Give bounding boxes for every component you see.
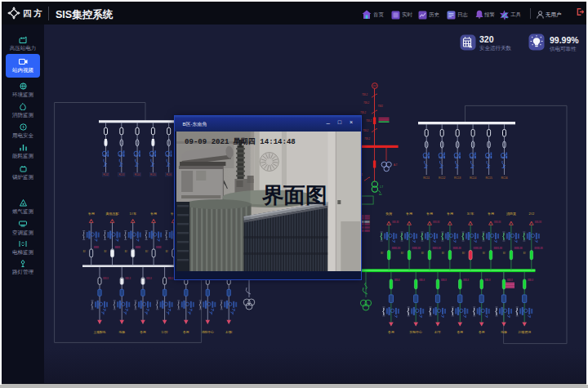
svg-text:888-8: 888-8 [485, 279, 491, 282]
svg-text:电梯: 电梯 [118, 330, 125, 334]
svg-text:888-88: 888-88 [433, 221, 440, 224]
svg-text:1#车: 1#车 [129, 212, 136, 216]
svg-text:888-8: 888-8 [125, 277, 131, 280]
svg-text:备用: 备用 [150, 212, 157, 216]
svg-text:888-88: 888-88 [494, 221, 501, 224]
svg-text:电梯: 电梯 [501, 330, 507, 334]
svg-text:718-2: 718-2 [364, 137, 371, 140]
svg-text:888-88: 888-88 [392, 221, 399, 224]
svg-text:8#: 8# [105, 250, 108, 253]
svg-text:8888-88: 8888-88 [514, 247, 523, 250]
svg-text:8888: 8888 [115, 246, 121, 249]
svg-text:8#: 8# [125, 250, 128, 253]
svg-text:8#: 8# [462, 252, 466, 255]
svg-text:备用: 备用 [457, 330, 464, 334]
svg-text:8#: 8# [401, 252, 404, 255]
svg-text:8888-88: 8888-88 [494, 247, 503, 250]
svg-text:3#车: 3#车 [467, 212, 474, 216]
svg-text:RC13: RC13 [454, 176, 461, 180]
svg-text:高低压配: 高低压配 [106, 212, 119, 216]
svg-text:RC06: RC06 [166, 173, 172, 176]
svg-text:消防泵: 消防泵 [506, 212, 516, 216]
svg-text:RC15: RC15 [486, 176, 492, 180]
svg-text:8#: 8# [166, 250, 169, 253]
svg-text:09-09 2021 星期四 14:14:48: 09-09 2021 星期四 14:14:48 [185, 137, 296, 146]
svg-text:界面图: 界面图 [262, 183, 327, 207]
svg-text:A-T: A-T [394, 163, 398, 167]
svg-text:888-8: 888-8 [441, 279, 447, 282]
svg-text:RC11: RC11 [423, 176, 430, 180]
svg-text:8#: 8# [483, 252, 486, 255]
svg-text:RC04: RC04 [135, 173, 140, 176]
svg-text:消防中心: 消防中心 [202, 330, 214, 334]
svg-text:RC14: RC14 [470, 176, 476, 180]
svg-text:718-2: 718-2 [362, 93, 368, 96]
svg-text:1#控: 1#控 [162, 330, 168, 334]
svg-text:1-T: 1-T [380, 185, 383, 189]
svg-text:718-2: 718-2 [366, 119, 372, 123]
svg-text:8#: 8# [381, 252, 384, 255]
svg-text:8#: 8# [421, 252, 425, 255]
svg-text:8888-88: 8888-88 [433, 247, 442, 250]
svg-text:718-2: 718-2 [363, 129, 369, 132]
svg-text:负荷: 负荷 [385, 212, 392, 216]
svg-text:RC02: RC02 [103, 173, 109, 176]
svg-text:备用: 备用 [88, 212, 95, 216]
svg-text:8888-88: 8888-88 [534, 247, 543, 250]
svg-text:8888-88: 8888-88 [474, 247, 483, 250]
svg-text:8888-88: 8888-88 [452, 247, 461, 250]
svg-text:718-2: 718-2 [363, 101, 370, 105]
svg-text:888-8: 888-8 [528, 279, 533, 282]
svg-text:8#: 8# [83, 250, 87, 253]
svg-text:8#: 8# [442, 252, 445, 255]
svg-text:718-2: 718-2 [360, 111, 367, 114]
svg-text:RC05: RC05 [150, 173, 156, 176]
svg-text:备用: 备用 [183, 330, 189, 334]
svg-text:888-8: 888-8 [419, 279, 425, 282]
svg-text:8888-88: 8888-88 [412, 247, 421, 250]
svg-text:8888: 8888 [94, 246, 100, 249]
svg-text:RC12: RC12 [439, 176, 445, 180]
svg-text:8888-88: 8888-88 [392, 247, 401, 250]
svg-text:备用: 备用 [488, 212, 494, 216]
svg-text:备用: 备用 [447, 212, 453, 216]
svg-text:2#2: 2#2 [528, 212, 534, 216]
svg-text:7582: 7582 [378, 105, 384, 108]
svg-text:8#: 8# [145, 250, 149, 253]
svg-text:888-8: 888-8 [103, 277, 109, 280]
svg-text:4#配: 4#配 [225, 331, 232, 334]
svg-text:主楼配电: 主楼配电 [93, 330, 105, 334]
svg-text:控制中心: 控制中心 [410, 330, 422, 334]
svg-text:8888: 8888 [156, 246, 162, 249]
svg-text:8#: 8# [523, 252, 527, 255]
svg-text:888-8: 888-8 [394, 279, 400, 282]
svg-text:888-8: 888-8 [463, 279, 469, 282]
svg-text:4#车: 4#车 [434, 330, 441, 334]
svg-text:888-8: 888-8 [146, 277, 152, 280]
svg-text:备用: 备用 [426, 212, 433, 216]
svg-text:8#: 8# [503, 252, 506, 255]
svg-text:备用: 备用 [479, 330, 485, 334]
svg-text:RC03: RC03 [118, 173, 124, 176]
svg-text:888-8: 888-8 [507, 279, 513, 282]
svg-text:备用: 备用 [140, 330, 146, 334]
svg-text:RC16: RC16 [501, 176, 507, 180]
svg-text:8888: 8888 [136, 246, 141, 249]
svg-text:备用: 备用 [388, 330, 394, 334]
svg-text:888-88: 888-88 [535, 221, 542, 224]
svg-text:2#楼照明: 2#楼照明 [518, 330, 531, 334]
svg-text:备用: 备用 [406, 212, 412, 216]
